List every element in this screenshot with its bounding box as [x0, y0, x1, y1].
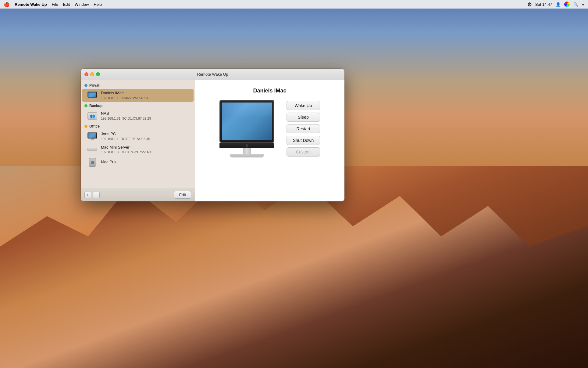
edit-button[interactable]: Edit — [174, 191, 191, 199]
menubar-right: ⏻ Sat 14:47 👤 🔍 ≡ — [528, 2, 584, 7]
menu-help[interactable]: Help — [94, 2, 102, 7]
mac-pro-glyph: ⊞ — [91, 160, 94, 164]
monitor-screen — [222, 103, 272, 140]
sidebar-item-mac-mini[interactable]: Mac Mini Server 192.168.1.8. 7C:D1:C3:F7… — [81, 143, 195, 156]
clock: Sat 14:47 — [535, 2, 552, 7]
sleep-button[interactable]: Sleep — [287, 113, 320, 122]
user-icon[interactable]: 👤 — [556, 2, 561, 7]
menubar-left: 🍎 Remote Wake Up File Edit Window Help — [4, 2, 102, 7]
group-header-backup: Backup — [81, 102, 195, 109]
app-name[interactable]: Remote Wake Up — [15, 2, 47, 7]
device-name-mac-mini: Mac Mini Server — [101, 145, 191, 150]
maximize-button[interactable] — [96, 72, 100, 76]
device-details: 192.168.1.1 50:46:2D:5E:37:51 — [101, 96, 190, 100]
titlebar: Remote Wake Up — [81, 69, 344, 80]
monitor-chin — [219, 143, 274, 148]
custom-button[interactable]: Custom — [287, 147, 320, 157]
menubar: 🍎 Remote Wake Up File Edit Window Help ⏻… — [0, 0, 588, 9]
device-visual-area: Wake Up Sleep Restart Shut Down Custom — [219, 100, 320, 157]
device-name-nas: NAS — [101, 111, 191, 116]
app-window: Remote Wake Up Privat — [81, 69, 344, 201]
stand-neck — [243, 148, 251, 154]
sidebar-item-mac-pro[interactable]: ⊞ Mac Pro — [81, 156, 195, 168]
device-name-mac-pro: Mac Pro — [101, 160, 191, 165]
search-icon[interactable]: 🔍 — [573, 2, 578, 7]
add-device-button[interactable]: + — [84, 192, 91, 198]
group-label-office: Office — [89, 124, 100, 128]
monitor-body — [219, 100, 274, 143]
group-dot-office — [84, 125, 87, 128]
apple-menu[interactable]: 🍎 — [4, 2, 10, 7]
window-content: Privat Daniels iMac 192.168.1.1 50:46: — [81, 80, 344, 201]
device-icon-jons-pc — [87, 132, 98, 141]
device-info-mac-pro: Mac Pro — [101, 160, 191, 165]
main-panel: Daniels iMac Wake Up Sleep — [195, 80, 344, 201]
stand-base — [230, 154, 264, 157]
group-header-privat: Privat — [81, 81, 195, 89]
sidebar: Privat Daniels iMac 192.168.1.1 50:46: — [81, 80, 195, 201]
close-button[interactable] — [84, 72, 88, 76]
traffic-lights — [84, 72, 100, 76]
restart-button[interactable]: Restart — [287, 124, 320, 133]
wake-up-button[interactable]: Wake Up — [287, 101, 320, 110]
sidebar-item-jons-pc[interactable]: Jons PC 192.168.1.1 DC:EE:06:7A:E6:45 — [81, 130, 195, 143]
device-details-mac-mini: 192.168.1.8. 7C:D1:C3:F7:22:A9 — [101, 150, 191, 154]
device-name: Daniels iMac — [101, 91, 190, 96]
sidebar-item-nas[interactable]: 👥 NAS 192.168.1.81 9C:D1:C3:87:82:29 — [81, 109, 195, 122]
nas-people-icon: 👥 — [90, 114, 95, 118]
imac-illustration — [219, 100, 274, 157]
menu-file[interactable]: File — [52, 2, 58, 7]
window-title: Remote Wake Up — [197, 72, 228, 77]
power-icon[interactable]: ⏻ — [528, 2, 532, 7]
monitor-dot — [246, 144, 248, 147]
group-label-privat: Privat — [89, 83, 99, 88]
sidebar-item-daniels-imac[interactable]: Daniels iMac 192.168.1.1 50:46:2D:5E:37:… — [82, 89, 194, 102]
device-icon-nas: 👥 — [87, 112, 98, 120]
minimize-button[interactable] — [90, 72, 94, 76]
siri-icon[interactable] — [564, 2, 570, 7]
device-info-jons-pc: Jons PC 192.168.1.1 DC:EE:06:7A:E6:45 — [101, 132, 191, 141]
device-icon-mac-mini — [87, 145, 98, 154]
sidebar-list: Privat Daniels iMac 192.168.1.1 50:46: — [81, 80, 195, 188]
device-name-jons-pc: Jons PC — [101, 132, 191, 137]
device-icon-mac-pro: ⊞ — [87, 158, 98, 167]
device-details-nas: 192.168.1.81 9C:D1:C3:87:82:29 — [101, 116, 191, 121]
device-details-jons-pc: 192.168.1.1 DC:EE:06:7A:E6:45 — [101, 137, 191, 141]
group-label-backup: Backup — [89, 104, 102, 108]
device-info-daniels-imac: Daniels iMac 192.168.1.1 50:46:2D:5E:37:… — [101, 91, 190, 100]
device-icon-imac — [87, 91, 98, 100]
menu-edit[interactable]: Edit — [63, 2, 70, 7]
group-dot-backup — [84, 104, 87, 107]
group-dot-privat — [84, 84, 87, 87]
list-icon[interactable]: ≡ — [582, 2, 584, 7]
menu-window[interactable]: Window — [75, 2, 89, 7]
group-header-office: Office — [81, 122, 195, 130]
sidebar-toolbar: + − Edit — [81, 188, 195, 201]
remove-device-button[interactable]: − — [93, 192, 100, 198]
action-buttons: Wake Up Sleep Restart Shut Down Custom — [287, 101, 320, 157]
device-info-nas: NAS 192.168.1.81 9C:D1:C3:87:82:29 — [101, 111, 191, 121]
shut-down-button[interactable]: Shut Down — [287, 136, 320, 145]
device-info-mac-mini: Mac Mini Server 192.168.1.8. 7C:D1:C3:F7… — [101, 145, 191, 154]
main-device-title: Daniels iMac — [253, 88, 286, 94]
